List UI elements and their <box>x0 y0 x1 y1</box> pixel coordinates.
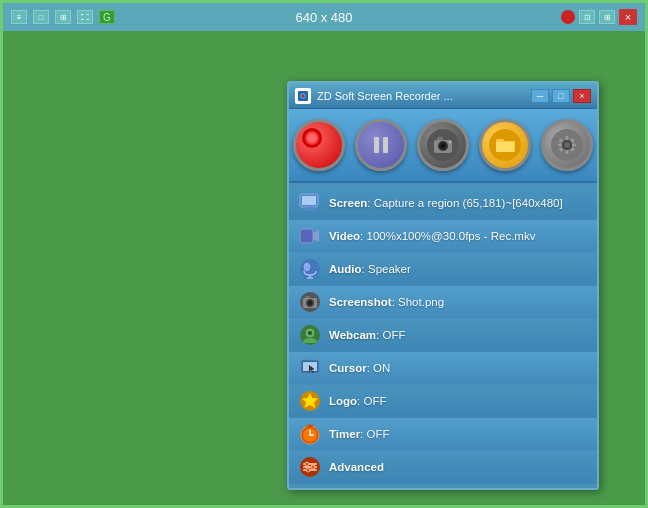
title-icon-save[interactable]: ⊡ <box>579 10 595 24</box>
svg-rect-22 <box>572 144 576 147</box>
svg-rect-6 <box>374 137 379 153</box>
cursor-row-text: Cursor: ON <box>329 362 390 374</box>
logo-label: Logo <box>329 395 357 407</box>
svg-point-62 <box>305 462 309 466</box>
recorder-toolbar <box>289 109 597 183</box>
screenshot-button[interactable] <box>417 119 469 171</box>
logo-value: : OFF <box>357 395 386 407</box>
cursor-row[interactable]: Cursor: ON <box>289 352 597 385</box>
pause-button-circle <box>355 119 407 171</box>
audio-icon <box>299 258 321 280</box>
folder-button[interactable] <box>479 119 531 171</box>
svg-point-44 <box>308 331 312 335</box>
video-value: : 100%x100%@30.0fps - Rec.mkv <box>360 230 535 242</box>
recorder-minimize-button[interactable]: ─ <box>531 89 549 103</box>
timer-icon <box>299 423 321 445</box>
svg-point-12 <box>441 144 445 148</box>
icon-1: ≡ <box>11 10 27 24</box>
webcam-label: Webcam <box>329 329 376 341</box>
recorder-app-icon <box>295 88 311 104</box>
svg-point-14 <box>449 141 452 144</box>
screen-row[interactable]: Screen: Capture a region (65,181)~[640x4… <box>289 187 597 220</box>
recorder-title-bar: ZD Soft Screen Recorder ... ─ □ × <box>289 83 597 109</box>
settings-button[interactable] <box>541 119 593 171</box>
recorder-title-left: ZD Soft Screen Recorder ... <box>295 88 453 104</box>
advanced-row-text: Advanced <box>329 461 384 473</box>
svg-point-64 <box>306 468 310 472</box>
svg-point-2 <box>302 94 305 97</box>
recorder-title-buttons: ─ □ × <box>531 89 591 103</box>
recorder-maximize-button[interactable]: □ <box>552 89 570 103</box>
svg-rect-28 <box>302 196 316 205</box>
screen-label: Screen <box>329 197 367 209</box>
webcam-row[interactable]: Webcam: OFF <box>289 319 597 352</box>
folder-button-circle <box>479 119 531 171</box>
pause-button[interactable] <box>355 119 407 171</box>
screen-icon <box>299 192 321 214</box>
screenshot-label: Screenshot <box>329 296 392 308</box>
svg-rect-21 <box>558 144 562 147</box>
advanced-label: Advanced <box>329 461 384 473</box>
outer-title-bar: ≡ □ ⊞ ⛶ G 640 x 480 ⊡ ⊞ × <box>3 3 645 31</box>
recorder-close-button[interactable]: × <box>573 89 591 103</box>
audio-row-text: Audio: Speaker <box>329 263 411 275</box>
recorder-title-text: ZD Soft Screen Recorder ... <box>317 90 453 102</box>
title-icon-grid[interactable]: ⊞ <box>599 10 615 24</box>
svg-rect-31 <box>300 229 313 243</box>
advanced-row[interactable]: Advanced <box>289 451 597 484</box>
info-rows-container: Screen: Capture a region (65,181)~[640x4… <box>289 183 597 488</box>
logo-icon <box>299 390 321 412</box>
svg-point-40 <box>308 301 313 306</box>
timer-row[interactable]: Timer: OFF <box>289 418 597 451</box>
screenshot-button-circle <box>417 119 469 171</box>
timer-value: : OFF <box>360 428 389 440</box>
screen-value: : Capture a region (65,181)~[640x480] <box>367 197 562 209</box>
svg-rect-30 <box>304 209 316 211</box>
video-row[interactable]: Video: 100%x100%@30.0fps - Rec.mkv <box>289 220 597 253</box>
svg-marker-32 <box>313 230 319 242</box>
window-title: 640 x 480 <box>295 10 352 25</box>
screenshot-row-icon <box>299 291 321 313</box>
video-icon <box>299 225 321 247</box>
screen-row-text: Screen: Capture a region (65,181)~[640x4… <box>329 197 563 209</box>
svg-rect-20 <box>566 150 569 154</box>
background-area: ZD Soft Screen Recorder ... ─ □ × <box>3 31 645 505</box>
svg-point-18 <box>564 142 570 148</box>
svg-rect-19 <box>566 136 569 140</box>
video-label: Video <box>329 230 360 242</box>
svg-rect-41 <box>306 296 310 298</box>
logo-row[interactable]: Logo: OFF <box>289 385 597 418</box>
icon-4: ⛶ <box>77 10 93 24</box>
icon-3: ⊞ <box>55 10 71 24</box>
timer-label: Timer <box>329 428 360 440</box>
webcam-row-text: Webcam: OFF <box>329 329 405 341</box>
record-button[interactable] <box>293 119 345 171</box>
screenshot-value: : Shot.png <box>392 296 444 308</box>
svg-point-34 <box>304 263 310 271</box>
cursor-value: : ON <box>367 362 391 374</box>
webcam-value: : OFF <box>376 329 405 341</box>
record-indicator <box>561 10 575 24</box>
svg-rect-29 <box>306 207 314 209</box>
webcam-icon <box>299 324 321 346</box>
timer-row-text: Timer: OFF <box>329 428 390 440</box>
video-row-text: Video: 100%x100%@30.0fps - Rec.mkv <box>329 230 535 242</box>
svg-rect-13 <box>437 137 443 140</box>
cursor-icon <box>299 357 321 379</box>
icon-2: □ <box>33 10 49 24</box>
screenshot-row[interactable]: Screenshot: Shot.png <box>289 286 597 319</box>
audio-row[interactable]: Audio: Speaker <box>289 253 597 286</box>
svg-point-63 <box>311 465 315 469</box>
settings-button-circle <box>541 119 593 171</box>
audio-value: : Speaker <box>362 263 411 275</box>
title-bar-left-icons: ≡ □ ⊞ ⛶ G <box>11 10 115 24</box>
outer-close-button[interactable]: × <box>619 9 637 25</box>
recorder-window: ZD Soft Screen Recorder ... ─ □ × <box>287 81 599 490</box>
cursor-label: Cursor <box>329 362 367 374</box>
svg-rect-7 <box>383 137 388 153</box>
icon-5: G <box>99 10 115 24</box>
logo-row-text: Logo: OFF <box>329 395 387 407</box>
svg-point-5 <box>307 133 317 143</box>
screenshot-row-text: Screenshot: Shot.png <box>329 296 444 308</box>
record-button-circle <box>293 119 345 171</box>
